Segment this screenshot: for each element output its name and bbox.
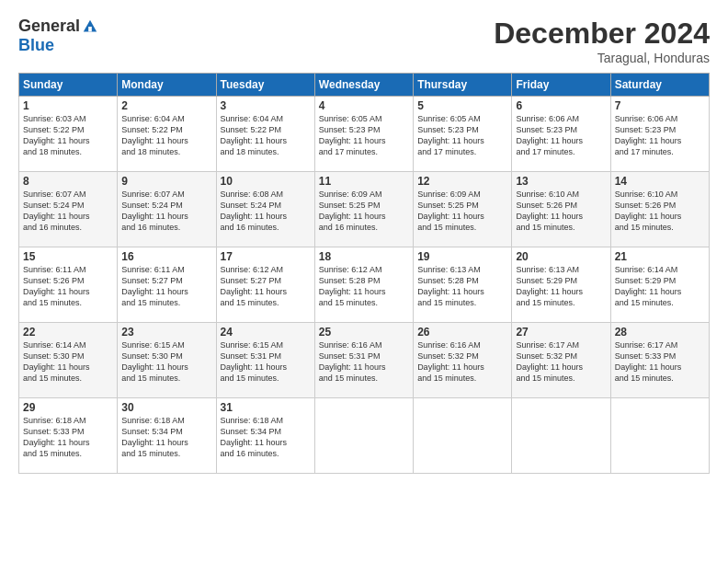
calendar-header-wednesday: Wednesday [314, 74, 413, 97]
day-number: 13 [516, 175, 606, 188]
calendar-header-sunday: Sunday [19, 74, 118, 97]
day-info: Sunrise: 6:12 AM Sunset: 5:28 PM Dayligh… [319, 264, 409, 309]
day-number: 14 [615, 175, 705, 188]
day-number: 12 [417, 175, 507, 188]
day-info: Sunrise: 6:17 AM Sunset: 5:33 PM Dayligh… [615, 339, 705, 385]
calendar-cell: 14Sunrise: 6:10 AM Sunset: 5:26 PM Dayli… [610, 172, 709, 247]
day-number: 31 [221, 401, 311, 414]
month-title: December 2024 [494, 17, 710, 51]
calendar-cell: 6Sunrise: 6:06 AM Sunset: 5:23 PM Daylig… [512, 97, 610, 172]
logo-general: General [18, 17, 80, 36]
day-number: 1 [23, 99, 113, 112]
day-info: Sunrise: 6:14 AM Sunset: 5:29 PM Dayligh… [615, 264, 705, 309]
day-number: 18 [319, 250, 409, 263]
day-number: 17 [221, 250, 311, 263]
calendar-cell: 31Sunrise: 6:18 AM Sunset: 5:34 PM Dayli… [216, 398, 314, 474]
calendar-week-4: 29Sunrise: 6:18 AM Sunset: 5:33 PM Dayli… [19, 398, 710, 474]
calendar-header-tuesday: Tuesday [216, 74, 314, 97]
day-info: Sunrise: 6:03 AM Sunset: 5:22 PM Dayligh… [23, 113, 113, 158]
day-number: 23 [121, 326, 211, 339]
day-number: 20 [516, 250, 606, 263]
calendar-week-0: 1Sunrise: 6:03 AM Sunset: 5:22 PM Daylig… [19, 97, 710, 172]
day-info: Sunrise: 6:05 AM Sunset: 5:23 PM Dayligh… [319, 113, 409, 158]
calendar-cell: 23Sunrise: 6:15 AM Sunset: 5:30 PM Dayli… [118, 323, 216, 398]
logo-text: General [18, 17, 98, 36]
calendar-header-friday: Friday [512, 74, 610, 97]
calendar-cell: 7Sunrise: 6:06 AM Sunset: 5:23 PM Daylig… [610, 97, 709, 172]
day-info: Sunrise: 6:12 AM Sunset: 5:27 PM Dayligh… [221, 264, 311, 309]
day-number: 10 [221, 175, 311, 188]
day-info: Sunrise: 6:18 AM Sunset: 5:34 PM Dayligh… [121, 415, 211, 460]
calendar-week-1: 8Sunrise: 6:07 AM Sunset: 5:24 PM Daylig… [19, 172, 710, 247]
day-number: 6 [516, 99, 606, 112]
calendar-cell [512, 398, 610, 474]
day-info: Sunrise: 6:05 AM Sunset: 5:23 PM Dayligh… [417, 113, 507, 158]
day-info: Sunrise: 6:15 AM Sunset: 5:31 PM Dayligh… [221, 339, 311, 385]
calendar-cell: 5Sunrise: 6:05 AM Sunset: 5:23 PM Daylig… [414, 97, 512, 172]
calendar-cell: 13Sunrise: 6:10 AM Sunset: 5:26 PM Dayli… [512, 172, 610, 247]
day-info: Sunrise: 6:08 AM Sunset: 5:24 PM Dayligh… [221, 189, 311, 234]
subtitle: Taragual, Honduras [494, 51, 710, 65]
day-number: 26 [417, 326, 507, 339]
calendar-cell: 20Sunrise: 6:13 AM Sunset: 5:29 PM Dayli… [512, 247, 610, 323]
calendar-cell [414, 398, 512, 474]
calendar-header-monday: Monday [118, 74, 216, 97]
calendar-cell: 26Sunrise: 6:16 AM Sunset: 5:32 PM Dayli… [414, 323, 512, 398]
day-number: 11 [319, 175, 409, 188]
day-info: Sunrise: 6:18 AM Sunset: 5:33 PM Dayligh… [23, 415, 113, 460]
day-info: Sunrise: 6:09 AM Sunset: 5:25 PM Dayligh… [319, 189, 409, 234]
calendar-week-3: 22Sunrise: 6:14 AM Sunset: 5:30 PM Dayli… [19, 323, 710, 398]
day-info: Sunrise: 6:10 AM Sunset: 5:26 PM Dayligh… [615, 189, 705, 234]
day-number: 9 [121, 175, 211, 188]
day-number: 7 [615, 99, 705, 112]
calendar-cell [314, 398, 413, 474]
calendar-cell: 27Sunrise: 6:17 AM Sunset: 5:32 PM Dayli… [512, 323, 610, 398]
day-number: 19 [417, 250, 507, 263]
day-info: Sunrise: 6:14 AM Sunset: 5:30 PM Dayligh… [23, 339, 113, 385]
page: General Blue December 2024 Taragual, Hon… [0, 0, 728, 563]
calendar-cell: 19Sunrise: 6:13 AM Sunset: 5:28 PM Dayli… [414, 247, 512, 323]
calendar-cell: 21Sunrise: 6:14 AM Sunset: 5:29 PM Dayli… [610, 247, 709, 323]
calendar-header-thursday: Thursday [414, 74, 512, 97]
day-number: 25 [319, 326, 409, 339]
calendar: SundayMondayTuesdayWednesdayThursdayFrid… [18, 73, 710, 474]
logo-blue-text: Blue [18, 36, 54, 55]
day-number: 3 [221, 99, 311, 112]
logo-icon [82, 18, 98, 35]
calendar-cell: 8Sunrise: 6:07 AM Sunset: 5:24 PM Daylig… [19, 172, 118, 247]
svg-rect-1 [88, 27, 92, 31]
calendar-cell: 4Sunrise: 6:05 AM Sunset: 5:23 PM Daylig… [314, 97, 413, 172]
day-number: 15 [23, 250, 113, 263]
calendar-header-saturday: Saturday [610, 74, 709, 97]
calendar-cell: 18Sunrise: 6:12 AM Sunset: 5:28 PM Dayli… [314, 247, 413, 323]
calendar-cell: 17Sunrise: 6:12 AM Sunset: 5:27 PM Dayli… [216, 247, 314, 323]
day-info: Sunrise: 6:16 AM Sunset: 5:31 PM Dayligh… [319, 339, 409, 385]
day-info: Sunrise: 6:17 AM Sunset: 5:32 PM Dayligh… [516, 339, 606, 385]
calendar-header-row: SundayMondayTuesdayWednesdayThursdayFrid… [19, 74, 710, 97]
calendar-cell: 2Sunrise: 6:04 AM Sunset: 5:22 PM Daylig… [118, 97, 216, 172]
calendar-cell: 3Sunrise: 6:04 AM Sunset: 5:22 PM Daylig… [216, 97, 314, 172]
calendar-cell: 22Sunrise: 6:14 AM Sunset: 5:30 PM Dayli… [19, 323, 118, 398]
day-info: Sunrise: 6:06 AM Sunset: 5:23 PM Dayligh… [516, 113, 606, 158]
day-number: 27 [516, 326, 606, 339]
calendar-cell: 9Sunrise: 6:07 AM Sunset: 5:24 PM Daylig… [118, 172, 216, 247]
day-info: Sunrise: 6:04 AM Sunset: 5:22 PM Dayligh… [121, 113, 211, 158]
day-info: Sunrise: 6:06 AM Sunset: 5:23 PM Dayligh… [615, 113, 705, 158]
day-info: Sunrise: 6:07 AM Sunset: 5:24 PM Dayligh… [121, 189, 211, 234]
calendar-cell: 15Sunrise: 6:11 AM Sunset: 5:26 PM Dayli… [19, 247, 118, 323]
day-number: 5 [417, 99, 507, 112]
header: General Blue December 2024 Taragual, Hon… [18, 17, 710, 65]
calendar-cell [610, 398, 709, 474]
day-info: Sunrise: 6:11 AM Sunset: 5:26 PM Dayligh… [23, 264, 113, 309]
day-number: 24 [221, 326, 311, 339]
day-info: Sunrise: 6:13 AM Sunset: 5:28 PM Dayligh… [417, 264, 507, 309]
day-info: Sunrise: 6:09 AM Sunset: 5:25 PM Dayligh… [417, 189, 507, 234]
calendar-cell: 29Sunrise: 6:18 AM Sunset: 5:33 PM Dayli… [19, 398, 118, 474]
day-info: Sunrise: 6:15 AM Sunset: 5:30 PM Dayligh… [121, 339, 211, 385]
calendar-cell: 10Sunrise: 6:08 AM Sunset: 5:24 PM Dayli… [216, 172, 314, 247]
day-info: Sunrise: 6:16 AM Sunset: 5:32 PM Dayligh… [417, 339, 507, 385]
day-info: Sunrise: 6:11 AM Sunset: 5:27 PM Dayligh… [121, 264, 211, 309]
calendar-week-2: 15Sunrise: 6:11 AM Sunset: 5:26 PM Dayli… [19, 247, 710, 323]
day-number: 2 [121, 99, 211, 112]
day-info: Sunrise: 6:18 AM Sunset: 5:34 PM Dayligh… [221, 415, 311, 460]
